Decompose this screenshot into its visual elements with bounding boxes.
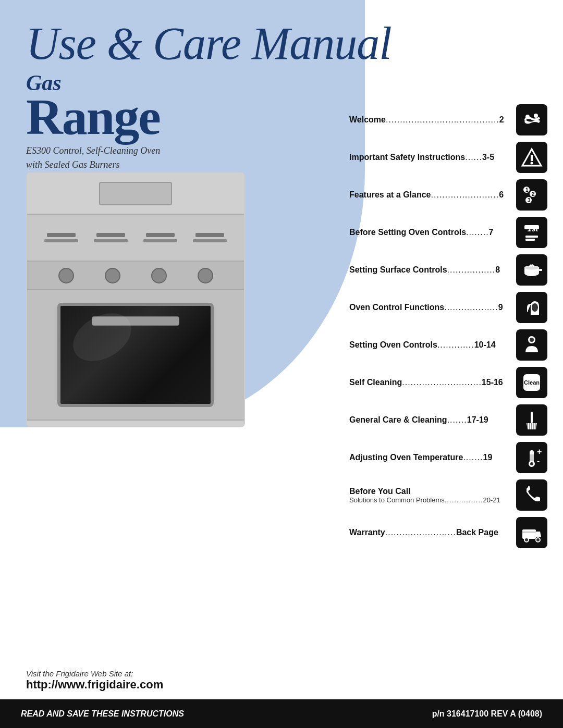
knob-row (27, 262, 244, 290)
toc-item-safety: Important Safety Instructions......3-5 (349, 142, 547, 173)
toc-item-before-call: Before You Call Solutions to Common Prob… (349, 479, 547, 511)
svg-point-0 (525, 115, 530, 119)
toc-icon-warranty (516, 517, 547, 548)
svg-text:Clean: Clean (524, 379, 540, 386)
toc-item-welcome: Welcome.................................… (349, 104, 547, 135)
svg-point-1 (534, 114, 538, 118)
toc-label-welcome: Welcome.................................… (349, 115, 511, 126)
svg-text:3: 3 (528, 198, 531, 203)
oven-display (99, 182, 172, 205)
toc-label-features: Features at a Glance....................… (349, 190, 511, 201)
toc-label-oven-functions: Oven Control Functions..................… (349, 302, 511, 313)
toc-label-self-cleaning: Self Cleaning...........................… (349, 377, 511, 388)
svg-point-33 (536, 538, 540, 542)
website-area: Visit the Frigidaire Web Site at: http:/… (26, 669, 163, 692)
oven-door-window (57, 303, 214, 407)
toc-label-safety: Important Safety Instructions......3-5 (349, 152, 511, 163)
svg-point-19 (532, 303, 538, 312)
toc-icon-surface (516, 254, 547, 286)
toc-icon-features: 1 2 3 (516, 179, 547, 211)
toc-item-before-oven: Before Setting Oven Controls........7 1s… (349, 217, 547, 248)
toc-item-warranty: Warranty.........................Back Pa… (349, 517, 547, 548)
toc-label-before-oven: Before Setting Oven Controls........7 (349, 227, 511, 238)
title-area: Use & Care Manual (0, 0, 563, 67)
footer-right: p/n 316417100 REV A (0408) (432, 709, 542, 719)
svg-rect-24 (531, 412, 533, 423)
toc-icon-oven-functions (516, 292, 547, 323)
footer-left: READ AND SAVE THESE INSTRUCTIONS (21, 709, 184, 719)
knob-4 (198, 268, 213, 283)
table-of-contents: Welcome.................................… (349, 104, 547, 554)
toc-label-warranty: Warranty.........................Back Pa… (349, 527, 511, 538)
toc-item-features: Features at a Glance....................… (349, 179, 547, 211)
toc-label-temperature: Adjusting Oven Temperature.......19 (349, 452, 511, 463)
svg-rect-14 (525, 239, 535, 241)
website-visit-text: Visit the Frigidaire Web Site at: (26, 669, 163, 678)
main-title: Use & Care Manual (26, 21, 537, 67)
svg-rect-18 (539, 269, 542, 271)
toc-item-oven-functions: Oven Control Functions..................… (349, 292, 547, 323)
footer-bar: READ AND SAVE THESE INSTRUCTIONS p/n 316… (0, 699, 563, 728)
toc-text-before-call: Before You Call Solutions to Common Prob… (349, 487, 511, 504)
knob-3 (151, 268, 167, 283)
svg-text:+: + (537, 447, 542, 456)
toc-icon-temperature: + - (516, 442, 547, 473)
toc-item-oven-controls: Setting Oven Controls.............10-14 (349, 329, 547, 361)
oven-body (26, 172, 245, 427)
toc-label-care: General Care & Cleaning.......17-19 (349, 415, 511, 426)
svg-text:2: 2 (532, 191, 535, 197)
svg-rect-34 (522, 532, 536, 533)
svg-rect-31 (522, 529, 536, 539)
range-section: Gas Range ES300 Control, Self-Cleaning O… (26, 72, 160, 172)
svg-point-32 (524, 538, 529, 542)
toc-label-before-call: Before You Call (349, 487, 511, 496)
toc-item-care: General Care & Cleaning.......17-19 (349, 404, 547, 436)
oven-top-panel (27, 173, 244, 215)
svg-rect-3 (531, 155, 533, 161)
svg-rect-13 (525, 236, 538, 238)
website-url[interactable]: http://www.frigidaire.com (26, 678, 163, 692)
toc-label-solutions: Solutions to Common Problems............… (349, 496, 511, 504)
svg-text:1st: 1st (528, 225, 539, 233)
toc-label-oven-controls: Setting Oven Controls.............10-14 (349, 340, 511, 351)
model-text: ES300 Control, Self-Cleaning Oven with S… (26, 144, 160, 172)
oven-bottom (27, 421, 244, 427)
toc-icon-safety (516, 142, 547, 173)
toc-icon-before-oven: 1st (516, 217, 547, 248)
oven-door-area (27, 290, 244, 421)
toc-item-surface: Setting Surface Controls................… (349, 254, 547, 286)
svg-point-27 (530, 462, 533, 465)
knob-1 (58, 268, 74, 283)
toc-icon-before-call (516, 479, 547, 511)
svg-text:-: - (537, 456, 540, 465)
range-label: Range (26, 94, 160, 140)
svg-rect-28 (530, 454, 534, 461)
oven-cooktop (27, 215, 244, 262)
toc-item-temperature: Adjusting Oven Temperature.......19 + - (349, 442, 547, 473)
toc-label-surface: Setting Surface Controls................… (349, 265, 511, 276)
burner-row-top (38, 233, 234, 242)
oven-handle (92, 316, 179, 326)
knob-2 (105, 268, 120, 283)
toc-icon-self-cleaning: Clean (516, 367, 547, 398)
toc-icon-welcome (516, 104, 547, 135)
svg-point-21 (530, 338, 534, 342)
oven-illustration (26, 172, 250, 433)
toc-icon-care (516, 404, 547, 436)
svg-point-4 (531, 162, 533, 165)
toc-icon-oven-controls (516, 329, 547, 361)
page-content: Use & Care Manual Gas Range ES300 Contro… (0, 0, 563, 728)
toc-item-self-cleaning: Self Cleaning...........................… (349, 367, 547, 398)
svg-text:1: 1 (525, 187, 529, 193)
